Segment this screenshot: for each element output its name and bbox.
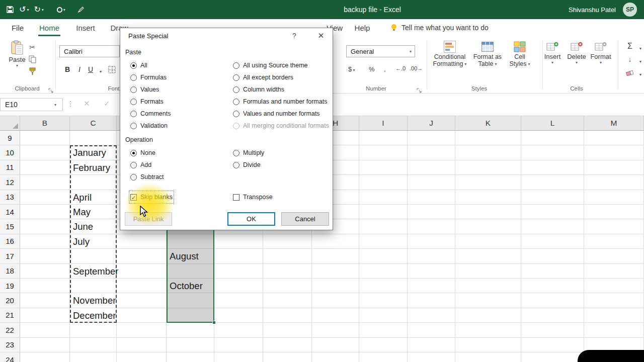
cell-C21[interactable]: December — [73, 308, 116, 323]
autosum-chevron-icon[interactable]: ▾ — [635, 43, 644, 53]
column-header-L[interactable]: L — [521, 116, 584, 130]
redo-chevron-icon[interactable]: ▾ — [42, 8, 44, 12]
accounting-format-button[interactable]: $ ▾ — [348, 65, 355, 73]
font-name-combo[interactable]: Calibri — [59, 45, 120, 57]
pen-icon[interactable] — [77, 6, 85, 13]
tab-file[interactable]: File — [8, 19, 27, 36]
paste-button[interactable]: Paste ▾ — [5, 40, 29, 68]
ok-button[interactable]: OK — [227, 212, 275, 226]
italic-button[interactable]: I — [74, 64, 85, 74]
row-header-23[interactable]: 23 — [0, 338, 20, 352]
cell-E17[interactable]: August — [170, 249, 199, 263]
row-header-14[interactable]: 14 — [0, 205, 20, 219]
radio-comments[interactable]: Comments — [130, 109, 171, 119]
undo-icon[interactable]: ↺ — [19, 6, 26, 14]
cell-C20[interactable]: November — [73, 293, 116, 308]
save-icon[interactable] — [6, 6, 14, 14]
underline-chevron-icon[interactable]: ▾ — [96, 66, 106, 76]
column-header-M[interactable]: M — [584, 116, 644, 130]
radio-all-except-borders[interactable]: All except borders — [233, 72, 293, 82]
cell-C13[interactable]: April — [73, 190, 92, 205]
cancel-button[interactable]: Cancel — [281, 212, 329, 226]
conditional-formatting-button[interactable]: Conditional Formatting▾ — [431, 40, 469, 67]
radio-formulas-and-number-formats[interactable]: Formulas and number formats — [233, 97, 327, 107]
cell-C10[interactable]: January — [73, 145, 106, 160]
radio-all[interactable]: All — [130, 60, 147, 70]
tab-insert[interactable]: Insert — [72, 19, 99, 36]
borders-button[interactable] — [107, 64, 117, 74]
delete-cells-button[interactable]: Delete ▾ — [566, 41, 588, 65]
radio-values-and-number-formats[interactable]: Values and number formats — [233, 109, 320, 119]
account-name[interactable]: Shivanshu Patel — [569, 0, 616, 19]
row-header-21[interactable]: 21 — [0, 308, 20, 323]
avatar[interactable]: SP — [623, 3, 637, 17]
radio-formats[interactable]: Formats — [130, 97, 164, 107]
row-header-20[interactable]: 20 — [0, 293, 20, 308]
column-header-I[interactable]: I — [359, 116, 408, 130]
radio-values[interactable]: Values — [130, 84, 159, 95]
row-header-11[interactable]: 11 — [0, 160, 20, 175]
cancel-entry-icon[interactable]: ✕ — [84, 99, 90, 108]
row-header-10[interactable]: 10 — [0, 145, 20, 160]
radio-multiply[interactable]: Multiply — [233, 148, 264, 158]
autosum-button[interactable]: Σ — [625, 41, 635, 51]
radio-all-using-source-theme[interactable]: All using Source theme — [233, 60, 308, 70]
radio-formulas[interactable]: Formulas — [130, 72, 167, 82]
copy-button[interactable] — [27, 54, 37, 64]
fill-button[interactable]: ↓ — [625, 54, 635, 64]
column-header-B[interactable]: B — [20, 116, 70, 130]
dialog-close-button[interactable]: ✕ — [315, 31, 327, 40]
format-as-table-button[interactable]: Format as Table▾ — [471, 40, 504, 67]
touch-mode-chevron-icon[interactable]: ▾ — [63, 8, 65, 12]
underline-button[interactable]: U — [86, 64, 96, 74]
row-header-12[interactable]: 12 — [0, 175, 20, 190]
number-dialog-launcher[interactable] — [417, 86, 422, 95]
checkbox-transpose[interactable]: Transpose — [233, 192, 273, 202]
fill-handle[interactable] — [212, 321, 216, 324]
row-header-18[interactable]: 18 — [0, 264, 20, 279]
row-header-16[interactable]: 16 — [0, 234, 20, 249]
cut-button[interactable]: ✂ — [27, 42, 37, 52]
undo-chevron-icon[interactable]: ▾ — [27, 8, 29, 12]
row-header-17[interactable]: 17 — [0, 249, 20, 263]
cell-E19[interactable]: October — [170, 279, 203, 293]
format-painter-button[interactable] — [27, 66, 37, 76]
cell-C16[interactable]: July — [73, 234, 90, 249]
radio-divide[interactable]: Divide — [233, 160, 261, 170]
row-header-13[interactable]: 13 — [0, 190, 20, 205]
fill-chevron-icon[interactable]: ▾ — [635, 56, 644, 66]
row-header-19[interactable]: 19 — [0, 279, 20, 293]
cell-C15[interactable]: June — [73, 219, 93, 234]
radio-none[interactable]: None — [130, 148, 155, 158]
radio-validation[interactable]: Validation — [130, 121, 168, 131]
format-cells-button[interactable]: Format ▾ — [590, 41, 612, 65]
dialog-help-button[interactable]: ? — [289, 32, 299, 40]
clear-button[interactable] — [625, 67, 635, 77]
name-box-chevron-icon[interactable]: ▾ — [54, 103, 56, 107]
clear-chevron-icon[interactable]: ▾ — [635, 69, 644, 79]
radio-add[interactable]: Add — [130, 160, 151, 170]
cell-C14[interactable]: May — [73, 205, 91, 219]
redo-icon[interactable]: ↻ — [34, 6, 40, 14]
comma-style-button[interactable]: , — [384, 65, 386, 73]
column-header-J[interactable]: J — [408, 116, 455, 130]
select-all-button[interactable] — [0, 116, 20, 130]
tab-home[interactable]: Home — [37, 19, 61, 36]
tell-me-box[interactable]: Tell me what you want to do — [401, 19, 489, 36]
column-header-C[interactable]: C — [70, 116, 117, 130]
insert-cells-button[interactable]: Insert ▾ — [541, 41, 564, 65]
clipboard-dialog-launcher[interactable] — [48, 86, 53, 95]
row-header-22[interactable]: 22 — [0, 323, 20, 337]
bold-button[interactable]: B — [62, 64, 72, 74]
radio-column-widths[interactable]: Column widths — [233, 84, 284, 95]
decrease-decimal-button[interactable]: .00→ — [410, 65, 423, 71]
touch-mode-icon[interactable] — [57, 7, 62, 13]
increase-decimal-button[interactable]: ←.0 — [395, 65, 406, 71]
confirm-entry-icon[interactable]: ✓ — [104, 99, 110, 108]
tab-help[interactable]: Help — [351, 19, 373, 36]
radio-subtract[interactable]: Subtract — [130, 172, 164, 182]
name-box[interactable]: E10 — [0, 98, 63, 111]
row-header-15[interactable]: 15 — [0, 219, 20, 234]
row-header-24[interactable]: 24 — [0, 352, 20, 362]
row-header-9[interactable]: 9 — [0, 131, 20, 145]
